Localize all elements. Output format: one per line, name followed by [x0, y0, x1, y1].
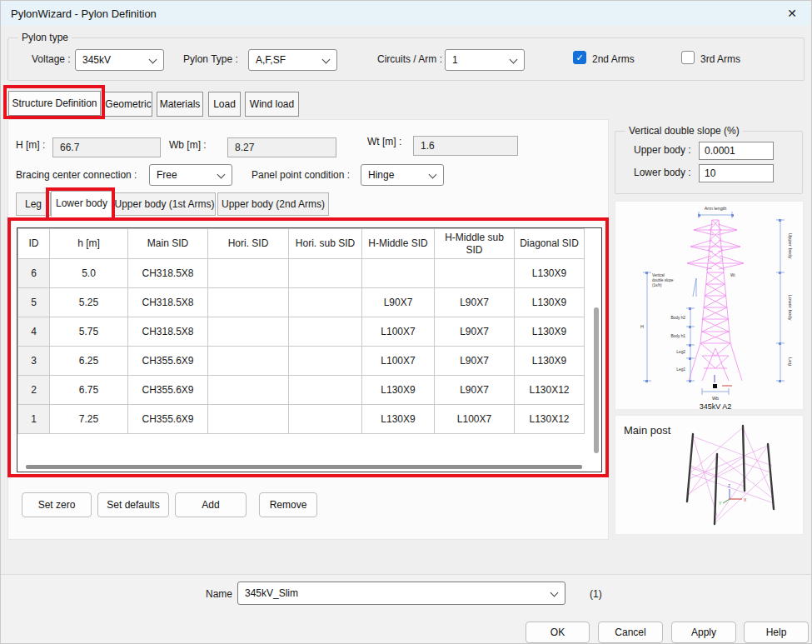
- wt-field[interactable]: 1.6: [413, 136, 518, 156]
- grid-cell[interactable]: L100X7: [362, 347, 435, 376]
- chevron-down-icon: [217, 171, 226, 179]
- grid-cell[interactable]: L90X7: [435, 317, 515, 347]
- grid-cell[interactable]: [289, 317, 362, 347]
- grid-cell[interactable]: L130X9: [515, 259, 585, 288]
- grid-cell[interactable]: CH355.6X9: [128, 405, 208, 434]
- horizontal-scrollbar[interactable]: [26, 465, 582, 469]
- grid-cell[interactable]: [208, 288, 289, 317]
- grid-header-cell[interactable]: ID: [18, 229, 50, 259]
- grid-header-cell[interactable]: H-Middle SID: [362, 229, 435, 259]
- wb-diagram-label: Wb: [712, 396, 719, 401]
- grid-cell[interactable]: 5.0: [50, 259, 128, 288]
- grid-cell[interactable]: L130X9: [362, 405, 435, 434]
- grid-cell[interactable]: 6.75: [50, 376, 128, 405]
- wb-field[interactable]: 8.27: [227, 137, 336, 157]
- grid-cell[interactable]: L90X7: [362, 288, 435, 317]
- grid-cell[interactable]: L90X7: [435, 288, 515, 317]
- grid-cell[interactable]: L130X9: [515, 347, 585, 376]
- section-button-materials[interactable]: Materials: [157, 92, 203, 117]
- h-field[interactable]: 66.7: [52, 137, 161, 157]
- name-combobox[interactable]: 345kV_Slim: [237, 582, 565, 605]
- grid-header-cell[interactable]: Diagonal SID: [515, 229, 585, 259]
- footer-bar: Name 345kV_Slim (1) OK Cancel Apply Help: [1, 574, 812, 644]
- row-header-cell[interactable]: 5: [18, 288, 50, 317]
- tab-leg[interactable]: Leg: [16, 192, 51, 216]
- grid-cell[interactable]: [289, 288, 362, 317]
- grid-cell[interactable]: L130X12: [515, 376, 585, 405]
- grid-cell[interactable]: L100X7: [435, 405, 515, 434]
- grid-cell[interactable]: L130X9: [515, 317, 585, 347]
- row-header-cell[interactable]: 1: [18, 405, 50, 434]
- ok-button[interactable]: OK: [526, 622, 590, 643]
- chevron-down-icon: [550, 589, 559, 597]
- remove-button[interactable]: Remove: [259, 492, 317, 517]
- circuits-label: Circuits / Arm :: [377, 53, 442, 65]
- grid-cell[interactable]: [289, 259, 362, 288]
- grid-cell[interactable]: [208, 347, 289, 376]
- grid-cell[interactable]: [208, 405, 289, 434]
- grid-cell[interactable]: L130X9: [515, 288, 585, 317]
- grid-cell[interactable]: [289, 405, 362, 434]
- section-button-load[interactable]: Load: [208, 92, 241, 117]
- tab-lower-body[interactable]: Lower body: [51, 191, 112, 217]
- grid-cell[interactable]: [435, 259, 515, 288]
- row-header-cell[interactable]: 2: [18, 376, 50, 405]
- set-defaults-button[interactable]: Set defaults: [97, 492, 169, 517]
- grid-header-cell[interactable]: Main SID: [128, 229, 208, 259]
- panel-point-select[interactable]: Hinge: [361, 164, 444, 186]
- title-bar: PylonWizard - Pylon Definition ✕: [1, 1, 812, 26]
- grid-cell[interactable]: L90X7: [435, 376, 515, 405]
- grid-cell[interactable]: L130X9: [362, 376, 435, 405]
- section-button-geometric[interactable]: Geometric: [104, 92, 152, 117]
- bracing-select[interactable]: Free: [149, 164, 232, 186]
- grid-cell[interactable]: 5.75: [50, 317, 128, 347]
- upper-body-field[interactable]: 0.0001: [699, 142, 774, 160]
- section-button-wind-load[interactable]: Wind load: [245, 92, 299, 117]
- pylon-type-select[interactable]: A,F,SF: [248, 49, 337, 71]
- grid-cell[interactable]: [208, 259, 289, 288]
- add-button[interactable]: Add: [175, 492, 247, 517]
- arms3-label: 3rd Arms: [700, 53, 740, 65]
- grid-cell[interactable]: CH318.5X8: [128, 259, 208, 288]
- tab-upper-body-1st[interactable]: Upper body (1st Arms): [113, 192, 216, 216]
- cancel-button[interactable]: Cancel: [598, 622, 663, 643]
- grid-cell[interactable]: [208, 317, 289, 347]
- row-header-cell[interactable]: 4: [18, 317, 50, 347]
- set-zero-button[interactable]: Set zero: [22, 492, 92, 517]
- section-button-structure-definition[interactable]: Structure Definition: [8, 91, 101, 116]
- tab-upper-body-2nd[interactable]: Upper body (2nd Arms): [217, 192, 329, 216]
- grid-header-cell[interactable]: H-Middle sub SID: [435, 229, 515, 259]
- grid-cell[interactable]: CH318.5X8: [128, 288, 208, 317]
- row-header-cell[interactable]: 3: [18, 347, 50, 376]
- grid-cell[interactable]: [289, 376, 362, 405]
- lower-body-field[interactable]: 10: [699, 164, 774, 182]
- circuits-select[interactable]: 1: [445, 49, 525, 71]
- arms3-checkbox[interactable]: ✓: [681, 51, 695, 64]
- axis-z-label: Z: [728, 483, 730, 488]
- grid-cell[interactable]: L90X7: [435, 347, 515, 376]
- arms2-checkbox[interactable]: ✓: [573, 51, 586, 64]
- lower-body-diagram-label: Lower body: [788, 294, 793, 320]
- name-value: 345kV_Slim: [245, 587, 298, 599]
- grid-cell[interactable]: CH318.5X8: [128, 317, 208, 347]
- voltage-select[interactable]: 345kV: [75, 49, 164, 71]
- close-button[interactable]: ✕: [778, 1, 806, 26]
- grid-header-cell[interactable]: Hori. SID: [208, 229, 289, 259]
- grid-cell[interactable]: 5.25: [50, 288, 128, 317]
- grid-cell[interactable]: 6.25: [50, 347, 128, 376]
- apply-button[interactable]: Apply: [671, 622, 736, 643]
- grid-cell[interactable]: [208, 376, 289, 405]
- row-header-cell[interactable]: 6: [18, 259, 50, 288]
- grid-cell[interactable]: 7.25: [50, 405, 128, 434]
- grid-cell[interactable]: CH355.6X9: [128, 376, 208, 405]
- grid-header-cell[interactable]: h [m]: [50, 229, 128, 259]
- grid-cell[interactable]: [289, 347, 362, 376]
- help-button[interactable]: Help: [744, 622, 809, 643]
- grid-header-cell[interactable]: Hori. sub SID: [289, 229, 362, 259]
- pylon-diagram: Arm length Upper body Lower body Leg Ver…: [615, 202, 805, 411]
- vertical-scrollbar[interactable]: [594, 307, 599, 453]
- grid-cell[interactable]: CH355.6X9: [128, 347, 208, 376]
- grid-cell[interactable]: L100X7: [362, 317, 435, 347]
- grid-cell[interactable]: [362, 259, 435, 288]
- grid-cell[interactable]: L130X12: [515, 405, 585, 434]
